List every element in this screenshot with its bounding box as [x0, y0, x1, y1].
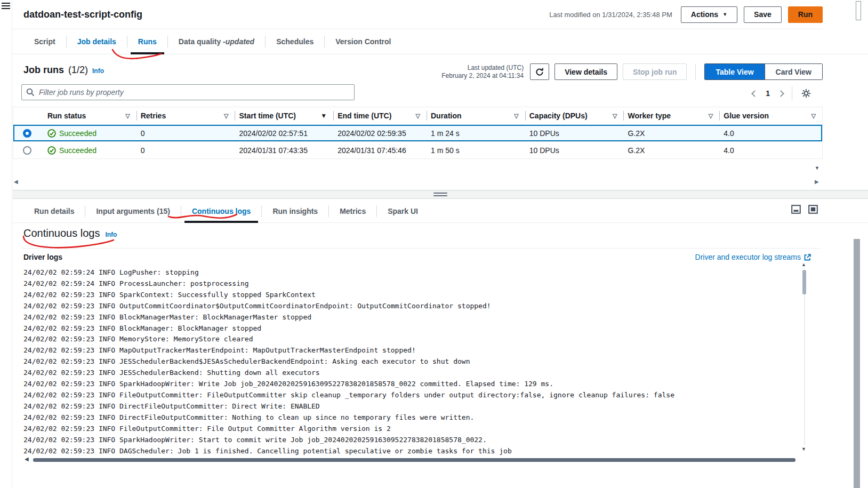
refresh-button[interactable] [530, 63, 549, 80]
refresh-icon [535, 67, 544, 77]
cell-capacity: 10 DPUs [525, 146, 624, 155]
table-scroll-down-icon[interactable]: ▼ [815, 166, 819, 171]
row-radio-selected[interactable] [23, 129, 31, 138]
tab-data-quality[interactable]: Data quality - updated [168, 29, 265, 54]
log-line: 24/02/02 02:59:23 INFO MapOutputTrackerM… [23, 345, 797, 356]
actions-button[interactable]: Actions ▼ [681, 6, 737, 23]
log-line: 24/02/02 02:59:23 INFO BlockManagerMaste… [23, 312, 797, 323]
sort-descending-icon[interactable]: ▼ [320, 112, 327, 119]
log-line: 24/02/02 02:59:23 INFO DirectFileOutputC… [23, 401, 797, 412]
log-scroll-left-icon[interactable]: ◀ [25, 457, 29, 462]
filter-search [21, 84, 355, 100]
table-scroll-left-icon[interactable]: ◀ [14, 179, 18, 185]
log-vertical-scrollbar-thumb[interactable] [802, 270, 806, 294]
table-row[interactable]: Succeeded 0 2024/02/02 02:57:51 2024/02/… [13, 125, 822, 142]
pagination-divider [792, 86, 792, 100]
cell-duration: 1 m 50 s [427, 146, 525, 155]
log-line: 24/02/02 02:59:23 INFO JESSchedulerBacke… [23, 367, 797, 379]
tab-job-details[interactable]: Job details [67, 29, 127, 54]
success-check-icon [47, 129, 56, 138]
job-runs-header: Job runs (1/2) Info [23, 65, 104, 76]
chevron-down-icon: ▼ [722, 12, 727, 17]
view-details-button[interactable]: View details [554, 63, 617, 80]
panel-layout-controls [791, 205, 818, 214]
stop-job-run-button[interactable]: Stop job run [623, 63, 687, 80]
external-link-icon [803, 253, 811, 261]
side-rail [0, 0, 12, 488]
tab-runs[interactable]: Runs [127, 29, 167, 54]
cell-retries: 0 [136, 146, 235, 155]
menu-icon[interactable] [2, 3, 10, 10]
panel-scrollbar-thumb[interactable] [854, 239, 860, 488]
log-line: 24/02/02 02:59:23 INFO BlockManager: Blo… [23, 323, 797, 334]
tab-script[interactable]: Script [23, 29, 66, 54]
tab-run-details[interactable]: Run details [23, 199, 85, 222]
tab-run-insights[interactable]: Run insights [262, 199, 328, 222]
log-line: 24/02/02 02:59:24 INFO LogPusher: stoppi… [23, 267, 797, 278]
column-header-start-time: Start time (UTC)▼ [235, 107, 333, 124]
filter-icon[interactable]: ▽ [416, 113, 420, 119]
filter-icon[interactable]: ▽ [514, 113, 518, 119]
column-header-capacity: Capacity (DPUs)▽ [525, 107, 624, 124]
tab-version-control[interactable]: Version Control [325, 29, 401, 54]
filter-icon[interactable]: ▽ [125, 113, 130, 119]
header-actions: Last modified on 1/31/2024, 2:35:48 PM A… [549, 6, 823, 23]
log-line: 24/02/02 02:59:23 INFO SparkHadoopWriter… [23, 435, 797, 446]
driver-logs-row: Driver logs Driver and executor log stre… [23, 253, 811, 261]
log-horizontal-scrollbar-thumb[interactable] [33, 458, 795, 462]
tab-input-arguments[interactable]: Input arguments (15) [85, 199, 180, 222]
log-line: 24/02/02 02:59:23 INFO SparkContext: Suc… [23, 290, 797, 301]
detail-tab-bar: Run details Input arguments (15) Continu… [13, 199, 868, 223]
cell-start-time: 2024/02/02 02:57:51 [235, 129, 333, 138]
table-view-toggle[interactable]: Table View [705, 64, 764, 79]
save-button-label: Save [754, 10, 771, 19]
log-line: 24/02/02 02:59:23 INFO SparkHadoopWriter… [23, 379, 797, 390]
dock-panel-bottom-icon[interactable] [791, 205, 801, 214]
logs-info-link[interactable]: Info [105, 231, 117, 238]
settings-gear-icon[interactable] [801, 88, 811, 99]
filter-icon[interactable]: ▽ [224, 113, 228, 119]
log-scroll-down-icon[interactable]: ▼ [801, 447, 806, 452]
filter-icon[interactable]: ▽ [613, 113, 617, 119]
status-badge: Succeeded [47, 129, 97, 138]
tab-schedules[interactable]: Schedules [266, 29, 324, 54]
run-button[interactable]: Run [788, 6, 823, 23]
column-header-retries: Retries▽ [136, 107, 235, 124]
log-streams-link[interactable]: Driver and executor log streams [695, 253, 811, 261]
panel-resize-handle[interactable] [13, 190, 868, 199]
column-header-duration: Duration▽ [427, 107, 525, 124]
log-line: 24/02/02 02:59:23 INFO DirectFileOutputC… [23, 412, 797, 423]
toolbar-divider [695, 64, 696, 80]
pagination: 1 [752, 86, 811, 100]
run-button-label: Run [798, 10, 813, 19]
logs-panel-header: Continuous logs Info [23, 227, 117, 239]
job-runs-info-link[interactable]: Info [92, 67, 104, 75]
status-badge: Succeeded [47, 146, 97, 155]
card-view-toggle[interactable]: Card View [765, 64, 822, 79]
log-line: 24/02/02 02:59:23 INFO JESSchedulerBacke… [23, 356, 797, 367]
row-radio[interactable] [23, 146, 31, 155]
log-vertical-scrollbar-track [804, 270, 805, 445]
maximize-panel-icon[interactable] [808, 205, 818, 214]
next-page-icon[interactable] [777, 90, 784, 97]
cell-duration: 1 m 24 s [427, 129, 525, 138]
previous-page-icon[interactable] [751, 90, 758, 97]
glue-job-console: datdoan-test-script-config Last modified… [0, 0, 868, 488]
save-button[interactable]: Save [744, 6, 782, 23]
log-scroll-up-icon[interactable]: ▲ [801, 262, 806, 267]
tab-spark-ui[interactable]: Spark UI [377, 199, 429, 222]
filter-input[interactable] [21, 84, 355, 100]
log-line: 24/02/02 02:59:23 INFO OutputCommitCoord… [23, 301, 797, 312]
table-scroll-right-icon[interactable]: ▶ [815, 179, 819, 185]
tab-continuous-logs[interactable]: Continuous logs [181, 199, 261, 222]
filter-icon[interactable]: ▽ [811, 113, 816, 119]
job-runs-title: Job runs [23, 65, 64, 76]
tab-metrics[interactable]: Metrics [329, 199, 376, 222]
cell-end-time: 2024/02/02 02:59:35 [333, 129, 427, 138]
page-scrollbar-thumb[interactable] [856, 1, 861, 20]
job-runs-table: Run status▽ Retries▽ Start time (UTC)▼ E… [13, 107, 823, 159]
filter-icon[interactable]: ▽ [709, 113, 713, 119]
page-number[interactable]: 1 [766, 89, 770, 98]
column-header-worker-type: Worker type▽ [623, 107, 719, 124]
table-row[interactable]: Succeeded 0 2024/01/31 07:43:35 2024/01/… [13, 142, 822, 159]
